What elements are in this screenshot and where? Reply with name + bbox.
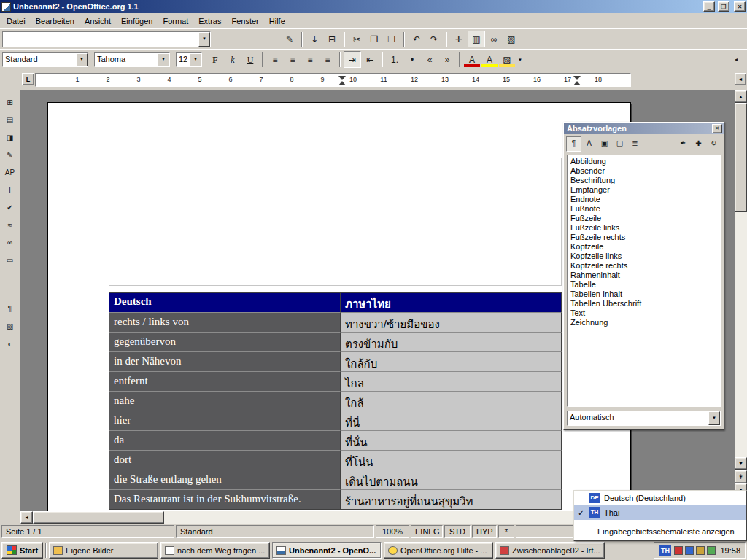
start-button[interactable]: Start [1,542,43,559]
style-item[interactable]: Abbildung [568,157,719,166]
vertical-scrollbar[interactable]: ▲ ▼ ⇞ • ⇟ [735,90,747,511]
taskbar-task-button[interactable]: nach dem Weg fragen ... [160,542,270,559]
table-header-deutsch[interactable]: Deutsch [109,293,341,313]
table-cell-german[interactable]: gegenübervon [109,332,341,351]
table-cell-thai[interactable]: เดินไปตามถนน [341,470,562,489]
fill-format-mode-icon[interactable]: ✒ [676,136,691,152]
insert-icon[interactable]: ⊞ [1,94,19,111]
table-cell-thai[interactable]: ใกล้กับ [341,351,562,371]
table-cell-thai[interactable]: ตรงข้ามกับ [341,332,562,351]
online-layout-icon[interactable]: ◐ [1,335,19,352]
tray-icon-red[interactable] [674,546,683,555]
menu-item[interactable]: Ansicht [80,15,116,27]
horizontal-ruler[interactable]: 123456789101112131415161718 [35,73,631,87]
update-style-icon[interactable]: ↻ [706,136,721,152]
indent-marker[interactable] [338,76,346,80]
increase-indent-icon[interactable]: » [438,51,456,68]
taskbar-task-button[interactable]: Zwischenablage02 - Irf... [495,542,605,559]
style-item[interactable]: Tabellen Inhalt [568,289,719,299]
table-cell-thai[interactable]: ที่โน่น [341,450,562,470]
table-cell-german[interactable]: entfernt [109,371,341,391]
align-left-icon[interactable]: ≡ [266,51,284,68]
copy-icon[interactable]: ❐ [365,31,383,47]
language-menu-footer-item[interactable]: Eingabegebietsschemaleiste anzeigen [574,523,746,540]
close-icon[interactable]: ✕ [712,124,722,133]
scroll-down-icon[interactable]: ▼ [735,457,747,470]
table-cell-thai[interactable]: ไกล [341,371,562,391]
volume-icon[interactable] [696,546,705,555]
font-name-combo[interactable]: Tahoma ▼ [94,52,170,67]
style-item[interactable]: Kopfzeile links [568,252,719,261]
redo-icon[interactable]: ↷ [425,31,443,47]
direct-cursor-icon[interactable]: I [1,182,19,198]
dropdown-icon[interactable]: ▼ [190,53,201,66]
style-item[interactable]: Tabellen Überschrift [568,299,719,308]
taskbar-task-button[interactable]: OpenOffice.org Hilfe - ... [384,542,493,559]
left-to-right-icon[interactable]: ⇥ [344,51,361,68]
tray-icon-blue[interactable] [685,546,694,555]
url-dropdown-icon[interactable]: ▼ [198,32,210,47]
url-input[interactable] [3,32,198,47]
table-cell-german[interactable]: hier [109,411,341,430]
dropdown-icon[interactable]: ▼ [708,411,720,425]
table-cell-thai[interactable]: ที่นั่น [341,430,562,450]
table-cell-german[interactable]: nahe [109,391,341,411]
scroll-left-icon[interactable]: ◄ [20,511,33,524]
menu-item[interactable]: Einfügen [116,15,158,27]
style-item[interactable]: Fußnote [568,204,719,214]
status-page-style[interactable]: Standard [176,525,374,538]
table-cell-german[interactable]: Das Restaurant ist in der Sukhumvitstraß… [109,489,341,509]
ruler-corner-button[interactable]: ◄ [735,73,746,85]
language-indicator[interactable]: TH [659,545,671,556]
menu-item[interactable]: Datei [1,15,31,27]
url-combo[interactable]: ▼ [2,31,211,47]
scroll-up-icon[interactable]: ▲ [735,90,747,103]
minimize-button[interactable]: _ [703,1,715,12]
tray-icon-green[interactable] [707,546,716,555]
toolbar-overflow-icon[interactable]: ◄ [727,51,745,68]
menu-item[interactable]: Extras [193,15,226,27]
new-style-icon[interactable]: ✚ [691,136,706,152]
dropdown-icon[interactable]: ▼ [76,53,88,66]
table-cell-thai[interactable]: ใกล้ [341,391,562,411]
justify-icon[interactable]: ≡ [319,51,336,68]
restore-button[interactable]: ❐ [718,1,729,12]
spellcheck-icon[interactable]: ✔ [1,199,19,216]
table-cell-thai[interactable]: ร้านอาหารอยู่ที่ถนนสุขุมวิท [341,489,562,509]
style-item[interactable]: Beschriftung [568,176,719,185]
table-header-thai[interactable]: ภาษาไทย [341,293,562,313]
table-cell-german[interactable]: dort [109,450,341,470]
font-size-combo[interactable]: 12 ▼ [176,52,202,67]
table-cell-german[interactable]: die Straße entlang gehen [109,470,341,489]
table-row[interactable]: rechts / links von ทางขวา/ซ้ายมือของ [109,312,562,332]
cut-icon[interactable]: ✂ [348,31,365,47]
window-titlebar[interactable]: Unbenannt2 - OpenOffice.org 1.1 _ ❐ ✕ [0,0,747,13]
previous-page-icon[interactable]: ⇞ [735,470,747,483]
character-styles-icon[interactable]: A [581,136,597,152]
frame-styles-icon[interactable]: ▣ [597,136,612,152]
language-menu-item[interactable]: ✓ TH Thai [574,505,746,520]
document-table[interactable]: Deutsch ภาษาไทย rechts / links von ทางขว… [109,292,562,510]
edit-file-icon[interactable]: ✎ [281,31,298,47]
autospellcheck-icon[interactable]: ≈ [1,217,19,233]
table-row[interactable]: da ที่นั่น [109,430,562,450]
style-item[interactable]: Empfänger [568,185,719,195]
status-selection-mode[interactable]: STD [444,525,471,538]
menu-item[interactable]: Fenster [226,15,263,27]
gallery-icon[interactable]: ▧ [503,31,520,47]
stylist-titlebar[interactable]: Absatzvorlagen ✕ [564,122,724,134]
style-item[interactable]: Text [568,308,719,318]
data-sources-icon[interactable]: ▭ [1,252,19,268]
align-right-icon[interactable]: ≡ [301,51,319,68]
list-styles-icon[interactable]: ≣ [627,136,643,152]
style-item[interactable]: Fußzeile [568,214,719,223]
table-row[interactable]: entfernt ไกล [109,371,562,391]
language-menu-item[interactable]: DE Deutsch (Deutschland) [574,491,746,505]
menu-item[interactable]: Hilfe [264,15,290,27]
hyperlink-icon[interactable]: ∞ [485,31,503,47]
export-pdf-icon[interactable]: ↧ [306,31,323,47]
style-item[interactable]: Endnote [568,195,719,204]
background-color-button[interactable]: ▧ [498,51,516,68]
bullets-icon[interactable]: • [403,51,421,68]
table-cell-german[interactable]: in der Nähevon [109,351,341,371]
